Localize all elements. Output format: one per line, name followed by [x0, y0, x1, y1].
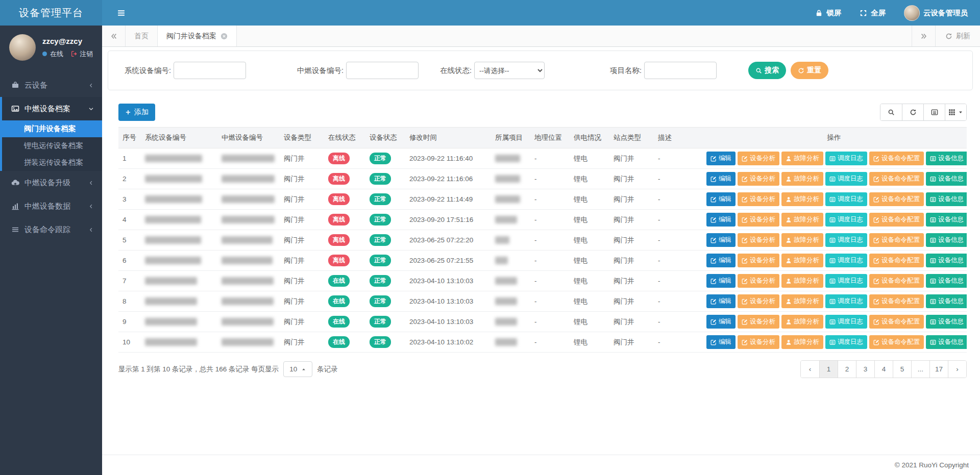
zr-device-no-input[interactable] [346, 62, 419, 79]
action-fault-analysis-button[interactable]: 故障分析 [781, 233, 823, 247]
page-3-button[interactable]: 3 [856, 361, 874, 378]
page-next-button[interactable]: › [948, 361, 966, 378]
sidebar-item-assembled-remote-archive[interactable]: 拼装远传设备档案 [2, 154, 102, 171]
page-prev-button[interactable]: ‹ [801, 361, 819, 378]
action-dispatch-log-button[interactable]: 调度日志 [825, 315, 867, 329]
page-5-button[interactable]: 5 [893, 361, 911, 378]
logout-button[interactable]: 注销 [71, 49, 93, 59]
sidebar-item-cloud-device[interactable]: 云设备 [0, 73, 102, 97]
action-device-info-button[interactable]: 设备信息 [926, 294, 967, 308]
action-device-analysis-button[interactable]: 设备分析 [738, 213, 779, 227]
lock-screen-button[interactable]: 锁屏 [815, 8, 841, 18]
action-edit-button[interactable]: 编辑 [706, 233, 736, 247]
action-fault-analysis-button[interactable]: 故障分析 [781, 335, 823, 349]
action-edit-button[interactable]: 编辑 [706, 294, 736, 308]
page-4-button[interactable]: 4 [874, 361, 893, 378]
action-device-info-button[interactable]: 设备信息 [926, 335, 967, 349]
sidebar-item-zr-device-data[interactable]: 中燃设备数据 [0, 194, 102, 218]
action-device-command-config-button[interactable]: 设备命令配置 [869, 254, 924, 267]
action-fault-analysis-button[interactable]: 故障分析 [781, 274, 823, 288]
action-dispatch-log-button[interactable]: 调度日志 [825, 335, 867, 349]
action-device-command-config-button[interactable]: 设备命令配置 [869, 274, 924, 288]
tabs-scroll-left-button[interactable] [102, 26, 126, 46]
action-edit-button[interactable]: 编辑 [706, 335, 736, 349]
action-device-analysis-button[interactable]: 设备分析 [738, 233, 779, 247]
action-fault-analysis-button[interactable]: 故障分析 [781, 294, 823, 308]
table-detail-view-button[interactable] [923, 104, 945, 120]
action-dispatch-log-button[interactable]: 调度日志 [825, 274, 867, 288]
action-dispatch-log-button[interactable]: 调度日志 [825, 254, 867, 267]
action-edit-button[interactable]: 编辑 [706, 254, 736, 267]
sidebar-item-zr-device-upgrade[interactable]: 中燃设备升级 [0, 171, 102, 194]
action-dispatch-log-button[interactable]: 调度日志 [825, 172, 867, 186]
table-refresh-button[interactable] [902, 104, 923, 120]
tab-valve-well-archive[interactable]: 阀门井设备档案 [158, 26, 237, 46]
action-edit-button[interactable]: 编辑 [706, 315, 736, 329]
action-device-analysis-button[interactable]: 设备分析 [738, 254, 779, 267]
action-device-command-config-button[interactable]: 设备命令配置 [869, 335, 924, 349]
sidebar-item-lithium-remote-archive[interactable]: 锂电远传设备档案 [2, 137, 102, 154]
action-device-analysis-button[interactable]: 设备分析 [738, 192, 779, 206]
action-fault-analysis-button[interactable]: 故障分析 [781, 172, 823, 186]
action-dispatch-log-button[interactable]: 调度日志 [825, 192, 867, 206]
action-device-command-config-button[interactable]: 设备命令配置 [869, 294, 924, 308]
project-name-input[interactable] [644, 62, 717, 79]
sidebar-item-device-command-trace[interactable]: 设备命令跟踪 [0, 218, 102, 241]
table-columns-button[interactable] [945, 104, 966, 120]
search-button[interactable]: 搜索 [748, 62, 786, 79]
action-dispatch-log-button[interactable]: 调度日志 [825, 233, 867, 247]
action-device-command-config-button[interactable]: 设备命令配置 [869, 192, 924, 206]
action-device-command-config-button[interactable]: 设备命令配置 [869, 172, 924, 186]
action-dispatch-log-button[interactable]: 调度日志 [825, 152, 867, 165]
action-device-analysis-button[interactable]: 设备分析 [738, 152, 779, 165]
page-2-button[interactable]: 2 [838, 361, 856, 378]
action-edit-button[interactable]: 编辑 [706, 152, 736, 165]
tab-close-icon[interactable] [220, 33, 228, 40]
system-device-no-input[interactable] [174, 62, 246, 79]
action-device-analysis-button[interactable]: 设备分析 [738, 172, 779, 186]
action-fault-analysis-button[interactable]: 故障分析 [781, 152, 823, 165]
action-device-info-button[interactable]: 设备信息 [926, 315, 967, 329]
action-device-command-config-button[interactable]: 设备命令配置 [869, 152, 924, 165]
action-device-info-button[interactable]: 设备信息 [926, 152, 967, 165]
tab-refresh-button[interactable]: 刷新 [935, 26, 980, 46]
action-fault-analysis-button[interactable]: 故障分析 [781, 254, 823, 267]
action-fault-analysis-button[interactable]: 故障分析 [781, 213, 823, 227]
action-device-info-button[interactable]: 设备信息 [926, 213, 967, 227]
action-device-analysis-button[interactable]: 设备分析 [738, 294, 779, 308]
sidebar-item-valve-well-archive[interactable]: 阀门井设备档案 [2, 120, 102, 137]
fullscreen-button[interactable]: 全屏 [860, 8, 886, 18]
online-status-select[interactable]: --请选择-- [474, 62, 545, 79]
action-edit-button[interactable]: 编辑 [706, 274, 736, 288]
action-device-command-config-button[interactable]: 设备命令配置 [869, 315, 924, 329]
tab-home[interactable]: 首页 [126, 26, 158, 46]
action-edit-button[interactable]: 编辑 [706, 192, 736, 206]
action-device-analysis-button[interactable]: 设备分析 [738, 335, 779, 349]
user-menu[interactable]: 云设备管理员 [904, 5, 968, 21]
action-device-info-button[interactable]: 设备信息 [926, 254, 967, 267]
action-device-info-button[interactable]: 设备信息 [926, 192, 967, 206]
table-search-button[interactable] [880, 104, 902, 120]
action-device-analysis-button[interactable]: 设备分析 [738, 315, 779, 329]
action-device-info-button[interactable]: 设备信息 [926, 233, 967, 247]
action-device-info-button[interactable]: 设备信息 [926, 172, 967, 186]
sidebar-item-zr-device-archive[interactable]: 中燃设备档案 [2, 97, 102, 120]
action-dispatch-log-button[interactable]: 调度日志 [825, 294, 867, 308]
add-button[interactable]: 添加 [118, 104, 155, 121]
action-device-command-config-button[interactable]: 设备命令配置 [869, 233, 924, 247]
tabs-scroll-right-button[interactable] [912, 26, 935, 46]
action-edit-button[interactable]: 编辑 [706, 213, 736, 227]
action-fault-analysis-button[interactable]: 故障分析 [781, 315, 823, 329]
page-1-button[interactable]: 1 [819, 361, 838, 378]
page-size-dropdown[interactable]: 10 [283, 361, 312, 377]
action-dispatch-log-button[interactable]: 调度日志 [825, 213, 867, 227]
action-fault-analysis-button[interactable]: 故障分析 [781, 192, 823, 206]
action-edit-button[interactable]: 编辑 [706, 172, 736, 186]
reset-button[interactable]: 重置 [791, 62, 828, 79]
sidebar-toggle-button[interactable] [112, 4, 130, 21]
action-device-command-config-button[interactable]: 设备命令配置 [869, 213, 924, 227]
action-device-analysis-button[interactable]: 设备分析 [738, 274, 779, 288]
page-17-button[interactable]: 17 [929, 361, 948, 378]
page-ellipsis[interactable]: ... [911, 361, 929, 378]
action-device-info-button[interactable]: 设备信息 [926, 274, 967, 288]
